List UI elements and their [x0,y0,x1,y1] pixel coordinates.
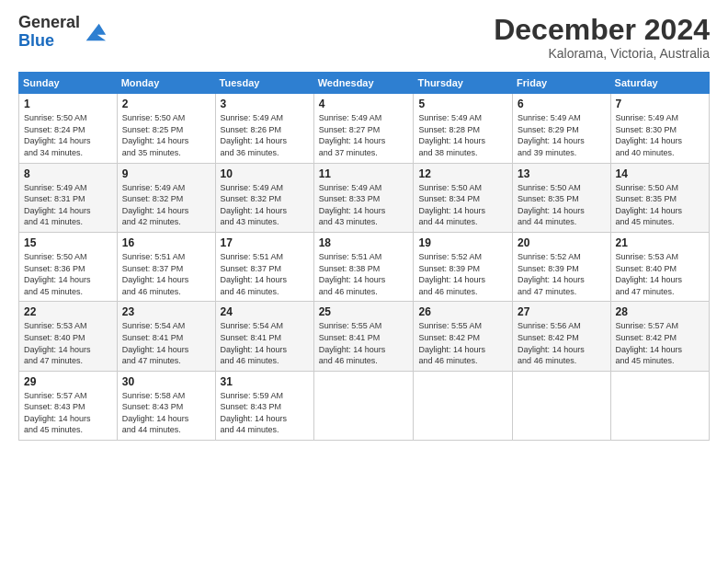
calendar-cell [610,371,709,440]
day-number: 10 [221,167,309,180]
day-detail: Sunrise: 5:50 AM Sunset: 8:25 PM Dayligh… [122,112,210,158]
calendar-cell: 4Sunrise: 5:49 AM Sunset: 8:27 PM Daylig… [313,94,414,163]
day-detail: Sunrise: 5:53 AM Sunset: 8:40 PM Dayligh… [24,320,112,366]
day-detail: Sunrise: 5:59 AM Sunset: 8:43 PM Dayligh… [221,390,309,436]
calendar-cell: 16Sunrise: 5:51 AM Sunset: 8:37 PM Dayli… [117,232,215,301]
day-detail: Sunrise: 5:50 AM Sunset: 8:35 PM Dayligh… [616,182,704,228]
day-number: 15 [24,236,112,249]
day-number: 4 [319,98,409,110]
calendar-cell: 1Sunrise: 5:50 AM Sunset: 8:24 PM Daylig… [19,94,118,163]
calendar-week-1: 1Sunrise: 5:50 AM Sunset: 8:24 PM Daylig… [19,94,710,163]
calendar-cell: 11Sunrise: 5:49 AM Sunset: 8:33 PM Dayli… [313,163,414,232]
calendar-cell: 20Sunrise: 5:52 AM Sunset: 8:39 PM Dayli… [513,232,610,301]
calendar-cell: 6Sunrise: 5:49 AM Sunset: 8:29 PM Daylig… [513,94,610,163]
day-number: 13 [518,167,605,180]
day-number: 27 [518,305,605,318]
day-number: 22 [24,305,112,318]
day-detail: Sunrise: 5:49 AM Sunset: 8:30 PM Dayligh… [616,112,704,158]
calendar-cell: 13Sunrise: 5:50 AM Sunset: 8:35 PM Dayli… [513,163,610,232]
month-title: December 2024 [494,14,710,46]
day-number: 12 [418,167,507,180]
logo-icon [82,19,108,45]
day-detail: Sunrise: 5:57 AM Sunset: 8:42 PM Dayligh… [616,320,704,366]
day-detail: Sunrise: 5:50 AM Sunset: 8:34 PM Dayligh… [418,182,507,228]
calendar-cell: 22Sunrise: 5:53 AM Sunset: 8:40 PM Dayli… [19,302,118,371]
title-area: December 2024 Kalorama, Victoria, Austra… [494,14,710,61]
calendar-cell: 21Sunrise: 5:53 AM Sunset: 8:40 PM Dayli… [610,232,709,301]
logo-text: General Blue [18,14,80,51]
day-detail: Sunrise: 5:55 AM Sunset: 8:41 PM Dayligh… [319,320,409,366]
day-number: 14 [616,167,704,180]
calendar-week-3: 15Sunrise: 5:50 AM Sunset: 8:36 PM Dayli… [19,232,710,301]
svg-marker-0 [86,23,106,40]
calendar-header-saturday: Saturday [610,73,709,94]
calendar-cell: 14Sunrise: 5:50 AM Sunset: 8:35 PM Dayli… [610,163,709,232]
calendar-cell: 23Sunrise: 5:54 AM Sunset: 8:41 PM Dayli… [117,302,215,371]
calendar-cell: 3Sunrise: 5:49 AM Sunset: 8:26 PM Daylig… [215,94,313,163]
day-detail: Sunrise: 5:55 AM Sunset: 8:42 PM Dayligh… [418,320,507,366]
day-number: 29 [24,375,112,388]
calendar-header-friday: Friday [513,73,610,94]
calendar-cell: 18Sunrise: 5:51 AM Sunset: 8:38 PM Dayli… [313,232,414,301]
day-detail: Sunrise: 5:54 AM Sunset: 8:41 PM Dayligh… [122,320,210,366]
calendar-header-sunday: Sunday [19,73,118,94]
day-number: 30 [122,375,210,388]
day-number: 2 [122,98,210,110]
day-detail: Sunrise: 5:49 AM Sunset: 8:32 PM Dayligh… [221,182,309,228]
day-detail: Sunrise: 5:50 AM Sunset: 8:24 PM Dayligh… [24,112,112,158]
calendar: SundayMondayTuesdayWednesdayThursdayFrid… [18,72,710,441]
day-number: 28 [616,305,704,318]
day-number: 1 [24,98,112,110]
day-detail: Sunrise: 5:57 AM Sunset: 8:43 PM Dayligh… [24,390,112,436]
header: General Blue December 2024 Kalorama, Vic… [18,14,710,61]
calendar-cell: 15Sunrise: 5:50 AM Sunset: 8:36 PM Dayli… [19,232,118,301]
day-number: 5 [418,98,507,110]
day-number: 7 [616,98,704,110]
day-detail: Sunrise: 5:52 AM Sunset: 8:39 PM Dayligh… [518,251,605,297]
day-detail: Sunrise: 5:49 AM Sunset: 8:33 PM Dayligh… [319,182,409,228]
day-detail: Sunrise: 5:49 AM Sunset: 8:31 PM Dayligh… [24,182,112,228]
calendar-cell: 17Sunrise: 5:51 AM Sunset: 8:37 PM Dayli… [215,232,313,301]
calendar-week-2: 8Sunrise: 5:49 AM Sunset: 8:31 PM Daylig… [19,163,710,232]
day-detail: Sunrise: 5:54 AM Sunset: 8:41 PM Dayligh… [221,320,309,366]
day-detail: Sunrise: 5:49 AM Sunset: 8:26 PM Dayligh… [221,112,309,158]
page: General Blue December 2024 Kalorama, Vic… [0,0,728,563]
day-number: 9 [122,167,210,180]
day-detail: Sunrise: 5:51 AM Sunset: 8:38 PM Dayligh… [319,251,409,297]
day-detail: Sunrise: 5:52 AM Sunset: 8:39 PM Dayligh… [418,251,507,297]
calendar-header-tuesday: Tuesday [215,73,313,94]
calendar-cell: 19Sunrise: 5:52 AM Sunset: 8:39 PM Dayli… [414,232,513,301]
calendar-cell: 10Sunrise: 5:49 AM Sunset: 8:32 PM Dayli… [215,163,313,232]
day-number: 21 [616,236,704,249]
day-detail: Sunrise: 5:50 AM Sunset: 8:36 PM Dayligh… [24,251,112,297]
calendar-header-thursday: Thursday [414,73,513,94]
calendar-cell: 31Sunrise: 5:59 AM Sunset: 8:43 PM Dayli… [215,371,313,440]
calendar-cell: 12Sunrise: 5:50 AM Sunset: 8:34 PM Dayli… [414,163,513,232]
calendar-week-4: 22Sunrise: 5:53 AM Sunset: 8:40 PM Dayli… [19,302,710,371]
day-detail: Sunrise: 5:49 AM Sunset: 8:27 PM Dayligh… [319,112,409,158]
calendar-cell: 28Sunrise: 5:57 AM Sunset: 8:42 PM Dayli… [610,302,709,371]
calendar-cell: 25Sunrise: 5:55 AM Sunset: 8:41 PM Dayli… [313,302,414,371]
calendar-cell: 2Sunrise: 5:50 AM Sunset: 8:25 PM Daylig… [117,94,215,163]
calendar-cell [414,371,513,440]
day-detail: Sunrise: 5:58 AM Sunset: 8:43 PM Dayligh… [122,390,210,436]
day-number: 11 [319,167,409,180]
calendar-cell: 26Sunrise: 5:55 AM Sunset: 8:42 PM Dayli… [414,302,513,371]
calendar-header-row: SundayMondayTuesdayWednesdayThursdayFrid… [19,73,710,94]
day-detail: Sunrise: 5:49 AM Sunset: 8:29 PM Dayligh… [518,112,605,158]
day-number: 16 [122,236,210,249]
day-number: 24 [221,305,309,318]
calendar-cell [313,371,414,440]
day-number: 25 [319,305,409,318]
calendar-cell: 24Sunrise: 5:54 AM Sunset: 8:41 PM Dayli… [215,302,313,371]
day-number: 6 [518,98,605,110]
day-detail: Sunrise: 5:50 AM Sunset: 8:35 PM Dayligh… [518,182,605,228]
day-number: 23 [122,305,210,318]
day-detail: Sunrise: 5:49 AM Sunset: 8:32 PM Dayligh… [122,182,210,228]
day-number: 31 [221,375,309,388]
day-detail: Sunrise: 5:53 AM Sunset: 8:40 PM Dayligh… [616,251,704,297]
day-number: 18 [319,236,409,249]
calendar-cell: 5Sunrise: 5:49 AM Sunset: 8:28 PM Daylig… [414,94,513,163]
day-number: 3 [221,98,309,110]
location: Kalorama, Victoria, Australia [494,46,710,61]
